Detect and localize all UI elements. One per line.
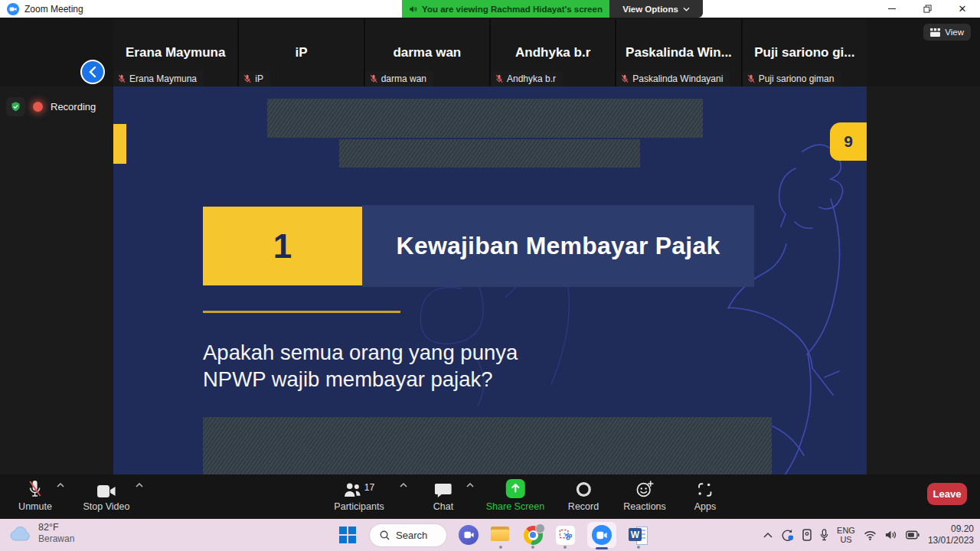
start-button[interactable] [338,525,358,545]
share-screen-button[interactable]: Share Screen [486,479,544,512]
participant-name-badge: darma wan [365,71,433,86]
section-number-box: 1 [203,207,362,285]
record-button[interactable]: Record [568,479,599,512]
clock-time: 09.20 [928,523,974,535]
running-indicator [637,546,640,549]
redacted-text-block [267,99,703,138]
taskbar-item-chrome[interactable] [523,525,543,545]
running-indicator [531,546,534,549]
minimize-icon [888,8,896,9]
participant-name-badge: Andhyka b.r [491,71,563,86]
update-sync-icon[interactable] [781,529,794,541]
clock-date: 13/01/2023 [928,535,974,546]
participant-display-name: Andhyka b.r [515,45,590,60]
participant-display-name: Paskalinda Win... [626,45,732,60]
participants-options-chevron[interactable] [400,483,407,487]
participant-tile[interactable]: Puji sariono gi... Puji sariono giman [743,19,867,86]
zoom-app-icon [7,3,19,15]
participant-name-badge: Paskalinda Windayani [616,71,730,86]
participant-tiles: Erana Maymuna Erana Maymuna iP iP darma … [113,19,867,86]
system-tray: ENG US 09.20 13/01/2023 [763,519,974,551]
apps-icon [697,481,714,498]
encryption-shield-icon[interactable] [6,97,25,116]
participant-tile[interactable]: Erana Maymuna Erana Maymuna [113,19,237,86]
taskbar-item-word[interactable]: W [629,525,648,545]
participant-name-badge: Erana Maymuna [113,71,204,86]
weather-condition: Berawan [38,533,74,544]
participant-tile[interactable]: Paskalinda Win... Paskalinda Windayani [616,19,740,86]
chat-button[interactable]: Chat [433,479,453,512]
running-indicator [564,546,567,549]
close-icon: ✕ [959,4,967,14]
chat-bubble-icon [435,483,452,498]
clipboard-device-icon[interactable] [802,529,812,541]
video-camera-icon [97,484,116,498]
participant-display-name: darma wan [393,45,461,60]
section-title: Kewajiban Membayar Pajak [397,232,720,260]
taskbar-item-teams-chat[interactable] [459,525,479,545]
unmute-button[interactable]: Unmute [18,479,52,512]
recording-label: Recording [51,101,96,112]
stop-video-button[interactable]: Stop Video [83,479,130,512]
shared-screen-area: Recording 9 1 Kewajiban Membayar Pajak [0,86,980,474]
windows-taskbar: 82°F Berawan Search [0,519,980,551]
chat-options-chevron[interactable] [466,483,474,487]
windows-logo-icon [339,527,356,543]
tray-overflow-chevron[interactable] [763,533,773,538]
word-icon: W [629,525,648,545]
view-layout-button[interactable]: View [923,24,971,41]
mic-muted-icon [620,74,629,83]
restore-button[interactable] [910,0,945,18]
grid-view-icon [930,28,940,37]
taskbar-clock[interactable]: 09.20 13/01/2023 [928,523,974,546]
participant-tile[interactable]: iP iP [239,19,363,86]
participant-tile[interactable]: darma wan darma wan [365,19,489,86]
file-explorer-icon [491,527,511,543]
participants-button[interactable]: 17 Participants [334,479,384,512]
teams-chat-icon [459,525,479,545]
language-indicator[interactable]: ENG US [837,526,855,544]
participant-display-name: iP [295,45,307,60]
battery-icon[interactable] [906,530,920,540]
view-options-button[interactable]: View Options [609,0,703,18]
chevron-down-icon [683,7,690,11]
mic-muted-icon [746,74,756,83]
search-icon [380,530,390,540]
audio-options-chevron[interactable] [57,483,64,487]
chrome-icon [524,526,543,545]
apps-button[interactable]: Apps [694,479,717,512]
leave-button[interactable]: Leave [927,483,967,505]
mic-muted-icon [369,74,378,83]
wifi-icon[interactable] [864,530,877,540]
video-options-chevron[interactable] [136,483,143,487]
section-title-box: Kewajiban Membayar Pajak [362,205,754,287]
reactions-button[interactable]: Reactions [623,479,666,512]
speaker-icon[interactable] [885,530,897,540]
minimize-button[interactable] [874,0,910,18]
mic-muted-icon [495,74,504,83]
running-indicator [499,546,502,549]
active-indicator [596,547,608,549]
weather-temperature: 82°F [38,522,74,533]
close-button[interactable]: ✕ [945,0,980,18]
taskbar-search[interactable]: Search [370,524,446,546]
taskbar-item-zoom-active[interactable] [587,522,616,548]
share-screen-icon [506,479,525,498]
participant-tile[interactable]: Andhyka b.r Andhyka b.r [491,19,615,86]
microphone-tray-icon[interactable] [820,529,828,541]
taskbar-item-file-explorer[interactable] [491,525,511,545]
taskbar-center-icons: Search [338,519,648,551]
taskbar-item-snipping-tool[interactable] [555,525,575,545]
snipping-tool-icon [556,526,575,545]
scroll-participants-left-button[interactable] [80,60,105,84]
app-identity: Zoom Meeting [0,3,83,15]
taskbar-weather-widget[interactable]: 82°F Berawan [9,522,74,544]
window-controls: ✕ [874,0,980,18]
reactions-smiley-icon [635,481,654,498]
record-icon [574,481,592,498]
mic-muted-icon [117,74,126,83]
redacted-text-block [339,139,640,168]
mic-muted-icon [243,74,252,83]
cloud-icon [9,525,32,542]
participant-display-name: Puji sariono gi... [754,45,854,60]
